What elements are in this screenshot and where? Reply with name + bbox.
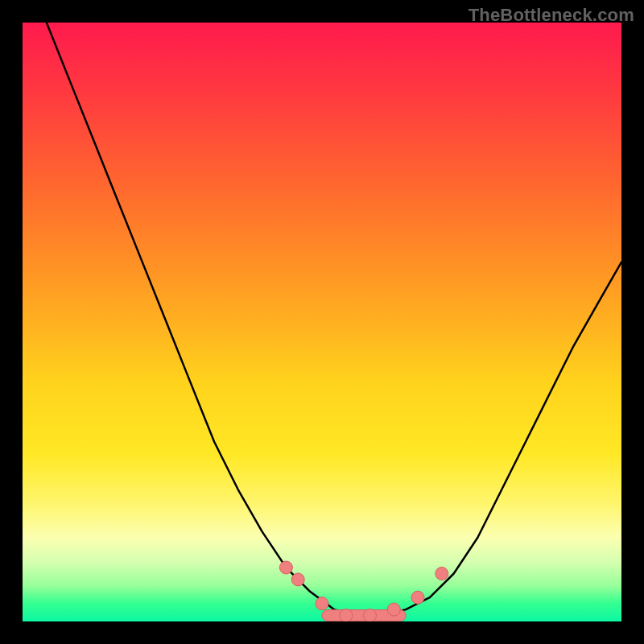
marker-point — [279, 561, 292, 574]
marker-point — [436, 568, 448, 580]
chart-frame: TheBottleneck.com — [0, 0, 644, 644]
bottleneck-curve — [47, 23, 621, 616]
marker-point — [316, 597, 328, 610]
watermark-text: TheBottleneck.com — [469, 5, 634, 26]
marker-point — [387, 603, 400, 616]
marker-point — [340, 609, 353, 621]
curve-layer — [47, 23, 621, 616]
marker-point — [364, 609, 377, 621]
plot-area — [23, 23, 621, 621]
marker-point — [411, 591, 424, 604]
marker-layer — [279, 561, 448, 621]
marker-point — [291, 573, 304, 586]
chart-svg — [23, 23, 621, 621]
